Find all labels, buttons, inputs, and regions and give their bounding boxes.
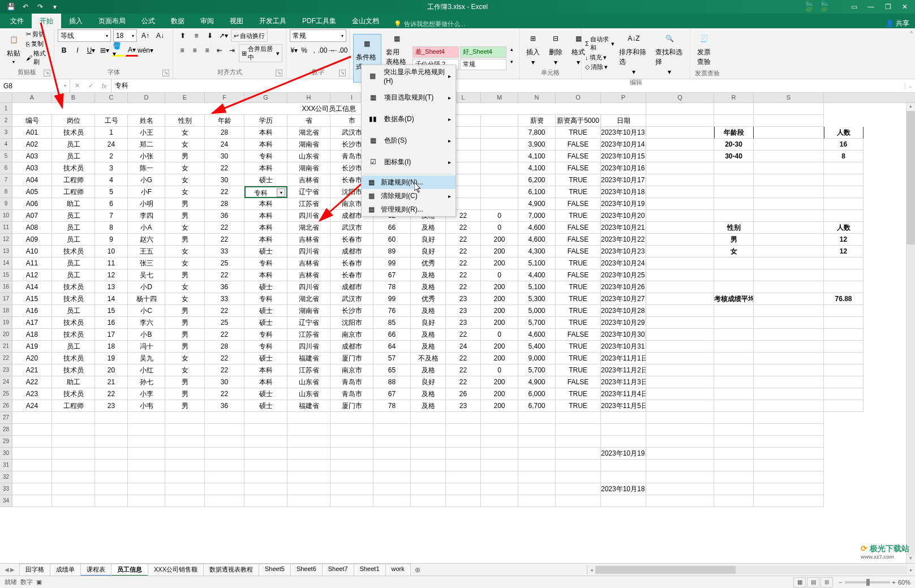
cell[interactable] xyxy=(12,448,52,460)
cell[interactable]: 22 xyxy=(205,222,244,234)
cell[interactable] xyxy=(754,198,824,210)
cell[interactable]: 2023年10月15日 xyxy=(601,151,646,162)
cell[interactable] xyxy=(165,448,205,460)
cell[interactable] xyxy=(95,483,128,495)
cell[interactable] xyxy=(165,412,205,424)
row-header[interactable]: 3 xyxy=(0,127,12,139)
cell[interactable] xyxy=(165,471,205,483)
cell[interactable]: 2023年10月20日 xyxy=(601,210,646,222)
sheet-tab-课程表[interactable]: 课程表 xyxy=(80,564,111,576)
cell[interactable] xyxy=(330,436,373,448)
cell[interactable]: A10 xyxy=(12,246,52,257)
cell[interactable]: 硕士 xyxy=(244,174,287,186)
cell[interactable]: 小F xyxy=(128,186,165,198)
row-header[interactable]: 17 xyxy=(0,293,12,305)
cell[interactable]: 30 xyxy=(205,174,244,186)
cell[interactable]: 吉林省 xyxy=(287,269,330,281)
cell[interactable]: 四川省 xyxy=(287,341,330,353)
cell[interactable]: 技术员 xyxy=(52,364,95,376)
cell[interactable]: 硕士 xyxy=(244,246,287,257)
cell[interactable]: A21 xyxy=(12,364,52,376)
cell[interactable] xyxy=(12,471,52,483)
cell[interactable]: 22 xyxy=(205,186,244,198)
cell[interactable] xyxy=(205,412,244,424)
cell[interactable]: 本科 xyxy=(244,162,287,174)
restore-icon[interactable]: ❐ xyxy=(880,1,896,12)
cell[interactable]: 及格 xyxy=(411,281,446,293)
cell[interactable] xyxy=(287,483,330,495)
cell[interactable]: 0 xyxy=(481,269,518,281)
cell[interactable]: 20 xyxy=(95,364,128,376)
cell[interactable] xyxy=(646,186,714,198)
cell[interactable]: A06 xyxy=(12,198,52,210)
cell[interactable] xyxy=(714,471,754,483)
cell[interactable] xyxy=(646,305,714,317)
cell[interactable]: 21 xyxy=(95,376,128,388)
cell[interactable] xyxy=(287,471,330,483)
cell[interactable]: 30-40 xyxy=(714,151,754,162)
zoom-in-icon[interactable]: + xyxy=(892,579,896,586)
cell[interactable]: 技术员 xyxy=(52,293,95,305)
cell[interactable] xyxy=(714,376,754,388)
cell[interactable] xyxy=(754,483,824,495)
cell[interactable]: 22 xyxy=(205,269,244,281)
cell[interactable]: 成都市 xyxy=(330,341,373,353)
cell[interactable] xyxy=(518,483,556,495)
cell[interactable]: 200 xyxy=(481,388,518,400)
cell[interactable] xyxy=(12,483,52,495)
cell[interactable] xyxy=(556,424,601,436)
cell[interactable] xyxy=(646,400,714,412)
qat-more-icon[interactable]: ▾ xyxy=(49,1,61,12)
cell[interactable]: FALSE xyxy=(556,162,601,174)
cell[interactable]: 长春市 xyxy=(330,269,373,281)
cell[interactable]: 薪资 xyxy=(518,115,556,127)
cell[interactable]: A09 xyxy=(12,234,52,246)
cell[interactable]: 山东省 xyxy=(287,388,330,400)
cell[interactable]: 湖南省 xyxy=(287,162,330,174)
cell[interactable]: TRUE xyxy=(556,174,601,186)
cell[interactable]: 山东省 xyxy=(287,376,330,388)
cell[interactable] xyxy=(411,495,446,507)
cell[interactable] xyxy=(714,317,754,329)
cell[interactable] xyxy=(411,436,446,448)
cell[interactable]: 李四 xyxy=(128,210,165,222)
cell[interactable]: 85 xyxy=(373,317,411,329)
col-header-Q[interactable]: Q xyxy=(646,93,714,102)
tab-页面布局[interactable]: 页面布局 xyxy=(91,14,134,28)
cell[interactable] xyxy=(95,436,128,448)
cell[interactable]: 专科 xyxy=(244,151,287,162)
cell[interactable]: A08 xyxy=(12,222,52,234)
currency-icon[interactable]: ¥▾ xyxy=(290,44,299,57)
cell[interactable]: 优秀 xyxy=(411,293,446,305)
cell[interactable]: 及格 xyxy=(411,222,446,234)
cell[interactable] xyxy=(601,424,646,436)
cell[interactable]: 2023年10月27日 xyxy=(601,293,646,305)
cell[interactable] xyxy=(481,412,518,424)
cell[interactable]: 南京市 xyxy=(330,329,373,341)
cell[interactable] xyxy=(128,412,165,424)
cell[interactable] xyxy=(714,329,754,341)
cell[interactable] xyxy=(646,162,714,174)
cell[interactable] xyxy=(646,341,714,353)
cell[interactable] xyxy=(646,495,714,507)
row-header[interactable]: 1 xyxy=(0,103,12,115)
cell[interactable]: 23 xyxy=(446,293,481,305)
scroll-right-icon[interactable]: ▸ xyxy=(907,567,915,573)
cell[interactable] xyxy=(556,436,601,448)
cell[interactable]: 9 xyxy=(95,234,128,246)
cell[interactable]: 本科 xyxy=(244,234,287,246)
cell[interactable] xyxy=(373,483,411,495)
cell[interactable]: 4,400 xyxy=(518,269,556,281)
enter-formula-icon[interactable]: ✓ xyxy=(84,79,97,92)
cell[interactable] xyxy=(481,495,518,507)
cell[interactable]: 2023年11月3日 xyxy=(601,376,646,388)
cell[interactable] xyxy=(824,353,864,364)
cell[interactable] xyxy=(481,483,518,495)
cell[interactable]: 2023年10月13日 xyxy=(601,127,646,139)
cell[interactable]: TRUE xyxy=(556,364,601,376)
cell[interactable] xyxy=(556,448,601,460)
cell[interactable]: A14 xyxy=(12,281,52,293)
cell[interactable] xyxy=(646,424,714,436)
cell[interactable]: 2023年10月19日 xyxy=(601,198,646,210)
cell[interactable]: 本科 xyxy=(244,376,287,388)
